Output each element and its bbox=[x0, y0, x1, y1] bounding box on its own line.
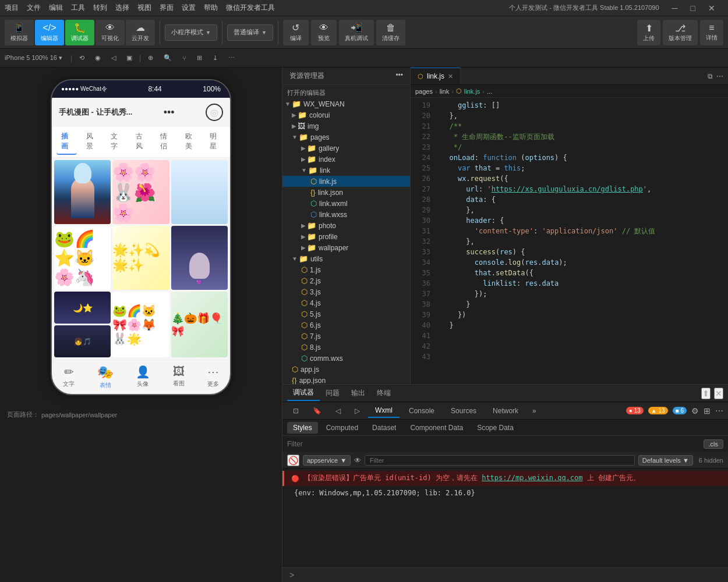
tab-illustration[interactable]: 插画 bbox=[56, 129, 77, 155]
devtools-console-tab[interactable]: Console bbox=[402, 404, 441, 417]
tree-1js[interactable]: ⬡ 1.js bbox=[282, 264, 410, 275]
page-btn[interactable]: ▣ bbox=[123, 53, 136, 63]
sub-tab-forward[interactable]: ▷ bbox=[349, 404, 366, 417]
capture-btn[interactable]: ◉ bbox=[91, 53, 104, 63]
code-content[interactable]: gglist: [] }, /** * 生命周期函数--监听页面加载 */ on… bbox=[434, 98, 728, 384]
eye-toggle-icon[interactable]: 👁 bbox=[354, 456, 361, 464]
maximize-btn[interactable]: □ bbox=[691, 3, 695, 13]
cloud-btn[interactable]: ☁ 云开发 bbox=[126, 20, 155, 45]
tab-close-icon[interactable]: ✕ bbox=[448, 73, 453, 80]
devtools-wxml-tab[interactable]: Wxml bbox=[368, 404, 400, 418]
image-7[interactable]: 🌙⭐ bbox=[54, 292, 111, 324]
nav-text[interactable]: ✏ 文字 bbox=[63, 365, 75, 389]
tree-utils[interactable]: ▼ 📁 utils bbox=[282, 253, 410, 264]
tree-profile[interactable]: ▶ 📁 profile bbox=[282, 231, 410, 242]
image-8[interactable]: 👧🎵 bbox=[54, 325, 111, 357]
menu-item-settings[interactable]: 设置 bbox=[182, 3, 196, 13]
tree-3js[interactable]: ⬡ 3.js bbox=[282, 286, 410, 297]
tree-pages[interactable]: ▼ 📁 pages bbox=[282, 132, 410, 143]
image-4[interactable]: 🐸🌈⭐🐱🌸🦄 bbox=[54, 226, 111, 290]
tab-celebrity[interactable]: 明星 bbox=[205, 129, 225, 155]
image-6[interactable]: 💜 bbox=[171, 226, 228, 290]
nav-avatar[interactable]: 👤 头像 bbox=[136, 365, 150, 389]
image-10[interactable]: 🎄🎃🎁🎈🎀 bbox=[171, 292, 228, 357]
image-5[interactable]: 🌟✨💫🌟✨ bbox=[112, 226, 169, 290]
tree-link-js[interactable]: ⬡ link.js bbox=[282, 176, 410, 187]
tree-more-icon[interactable]: ••• bbox=[395, 71, 403, 81]
device-label[interactable]: iPhone 5 100% 16 ▾ bbox=[5, 54, 62, 62]
tree-appjs[interactable]: ⬡ app.js bbox=[282, 364, 410, 375]
tab-western[interactable]: 欧美 bbox=[181, 129, 201, 155]
menu-item-project[interactable]: 项目 bbox=[5, 3, 19, 13]
clean-btn[interactable]: 🗑 清缓存 bbox=[376, 20, 405, 45]
panel-component-data[interactable]: Component Data bbox=[404, 422, 469, 434]
cls-button[interactable]: .cls bbox=[704, 439, 724, 449]
tab-couple[interactable]: 情侣 bbox=[156, 129, 176, 155]
nav-sticker[interactable]: 🎭 表情 bbox=[97, 365, 113, 389]
simulator-btn[interactable]: 📱 模拟器 bbox=[5, 20, 34, 45]
tree-colorui[interactable]: ▶ 📁 colorui bbox=[282, 109, 410, 120]
devtools-tab-terminal[interactable]: 终端 bbox=[371, 386, 397, 400]
menu-item-edit[interactable]: 编辑 bbox=[49, 3, 63, 13]
back-btn[interactable]: ◁ bbox=[108, 53, 119, 63]
compile-dropdown[interactable]: 普通编译 ▼ bbox=[227, 24, 273, 41]
tree-gallery[interactable]: ▶ 📁 gallery bbox=[282, 143, 410, 154]
tree-photo[interactable]: ▶ 📁 photo bbox=[282, 220, 410, 231]
detail-btn[interactable]: ≡ 详情 bbox=[700, 20, 723, 45]
tree-7js[interactable]: ⬡ 7.js bbox=[282, 331, 410, 342]
devtools-more-icon[interactable]: ⋯ bbox=[715, 406, 723, 416]
tree-4js[interactable]: ⬡ 4.js bbox=[282, 297, 410, 308]
grid-btn[interactable]: ⊞ bbox=[193, 53, 206, 63]
settings-icon[interactable]: ⚙ bbox=[691, 406, 699, 416]
tree-wallpaper[interactable]: ▶ 📁 wallpaper bbox=[282, 242, 410, 253]
sub-tab-bookmark[interactable]: 🔖 bbox=[307, 404, 327, 417]
sub-tab-more[interactable]: » bbox=[528, 404, 541, 417]
menu-item-help[interactable]: 帮助 bbox=[204, 3, 218, 13]
tree-8js[interactable]: ⬡ 8.js bbox=[282, 342, 410, 353]
tree-appjson[interactable]: {} app.json bbox=[282, 375, 410, 384]
nav-gallery[interactable]: 🖼 看图 bbox=[173, 365, 185, 389]
devtools-sources-tab[interactable]: Sources bbox=[444, 404, 483, 417]
close-panel-btn[interactable]: ✕ bbox=[714, 388, 723, 399]
download-btn[interactable]: ⤓ bbox=[209, 53, 221, 63]
tab-link-js[interactable]: ⬡ link.js ✕ bbox=[411, 68, 461, 84]
menu-item-select[interactable]: 选择 bbox=[115, 3, 129, 13]
record-btn[interactable]: ◎ bbox=[206, 104, 223, 121]
console-clear-btn[interactable]: 🚫 bbox=[287, 455, 299, 466]
console-filter-input[interactable] bbox=[365, 455, 635, 466]
tree-link-json[interactable]: {} link.json bbox=[282, 187, 410, 198]
menu-item-view[interactable]: 视图 bbox=[137, 3, 151, 13]
upload-btn[interactable]: ⬆ 上传 bbox=[637, 20, 660, 45]
devtools-tab-debugger[interactable]: 调试器 bbox=[287, 385, 320, 401]
tree-6js[interactable]: ⬡ 6.js bbox=[282, 320, 410, 331]
filter-input[interactable] bbox=[287, 440, 704, 448]
panel-dataset[interactable]: Dataset bbox=[366, 422, 402, 434]
appservice-dropdown[interactable]: appservice ▼ bbox=[303, 455, 351, 466]
tab-scenery[interactable]: 风景 bbox=[82, 129, 102, 155]
version-btn[interactable]: ⎇ 版本管理 bbox=[663, 20, 698, 45]
tree-commwxs[interactable]: ⬡ comm.wxs bbox=[282, 353, 410, 364]
image-9[interactable]: 🐸🌈🐱🎀🌸🦊🐰🌟 bbox=[112, 292, 169, 357]
tab-text[interactable]: 文字 bbox=[106, 129, 126, 155]
tree-root[interactable]: ▼ 📁 WX_WENAN bbox=[282, 98, 410, 109]
devtools-tab-output[interactable]: 输出 bbox=[345, 386, 371, 400]
rotate-btn[interactable]: ⟲ bbox=[76, 53, 88, 63]
tabs-more-icon[interactable]: ⋯ bbox=[716, 72, 723, 80]
debugger-btn[interactable]: 🐛 调试器 bbox=[65, 20, 94, 45]
branch-btn[interactable]: ⑂ bbox=[179, 54, 190, 63]
more-icon[interactable]: ••• bbox=[164, 107, 175, 119]
tree-link-wxss[interactable]: ⬡ link.wxss bbox=[282, 209, 410, 220]
menu-item-tools[interactable]: 工具 bbox=[71, 3, 85, 13]
error-link[interactable]: https://mp.weixin.qq.com bbox=[482, 474, 582, 482]
tree-link-wxml[interactable]: ⬡ link.wxml bbox=[282, 198, 410, 209]
visual-btn[interactable]: 👁 可视化 bbox=[96, 20, 125, 45]
menu-item-wechat[interactable]: 微信开发者工具 bbox=[226, 3, 275, 13]
menu-item-interface[interactable]: 界面 bbox=[160, 3, 174, 13]
close-btn[interactable]: ✕ bbox=[708, 3, 715, 13]
sub-tab-icon[interactable]: ⊡ bbox=[287, 404, 305, 417]
devtools-network-tab[interactable]: Network bbox=[486, 404, 525, 417]
devtools-dock-icon[interactable]: ⊞ bbox=[704, 406, 711, 416]
realtest-btn[interactable]: 📲 真机调试 bbox=[339, 20, 374, 45]
tree-5js[interactable]: ⬡ 5.js bbox=[282, 308, 410, 320]
nav-more[interactable]: ⋯ 更多 bbox=[207, 365, 219, 389]
